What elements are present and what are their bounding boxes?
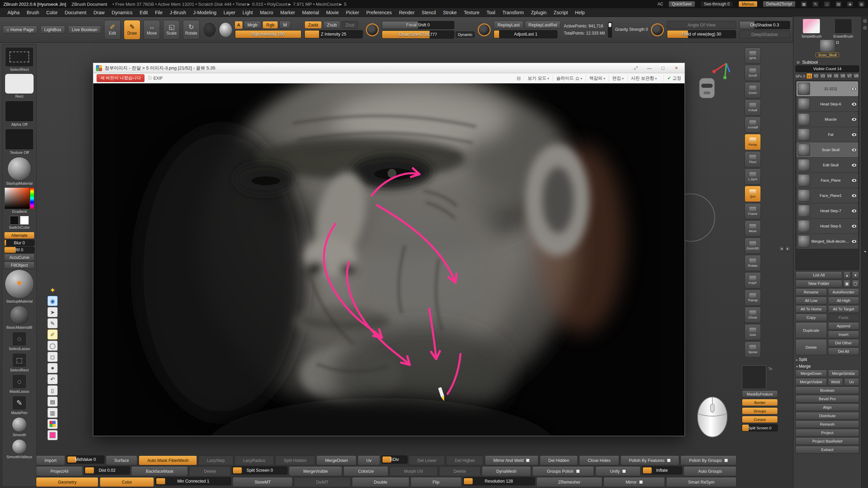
menu-item[interactable]: Light: [239, 9, 256, 16]
bottom-button[interactable]: Delete: [189, 466, 231, 476]
version-button[interactable]: V2: [813, 73, 819, 79]
angle-of-view-button[interactable]: Angle Of View: [667, 21, 736, 29]
rename-button[interactable]: Rename: [795, 288, 827, 296]
all-to-target-button[interactable]: All To Target: [828, 305, 860, 313]
default-zscript-button[interactable]: DefaultZScript: [763, 1, 795, 7]
subtool-thumbnail[interactable]: [798, 144, 810, 156]
bottom-button[interactable]: Split Screen 0: [232, 466, 288, 474]
version-button[interactable]: V3: [820, 73, 826, 79]
replay-last-rel-button[interactable]: ReplayLastRel: [525, 21, 561, 29]
collapse-left-icon[interactable]: ◂: [779, 246, 784, 251]
bottom-button[interactable]: Import: [36, 455, 65, 465]
shelf-button[interactable]: Xpose: [745, 341, 761, 358]
current-tool[interactable]: 11 Scan_Skull: [795, 40, 859, 57]
subtool-thumbnail[interactable]: [798, 98, 810, 110]
shelf-button[interactable]: Persp: [745, 134, 761, 150]
current-tool-thumbnail[interactable]: 11: [820, 40, 835, 52]
quicksave-button[interactable]: QuickSave: [669, 1, 695, 7]
viewer-menu-item[interactable]: 슬라이드 쇼: [553, 75, 586, 81]
shelf-button[interactable]: Scroll: [745, 65, 761, 81]
del-other-button[interactable]: Del Other: [828, 339, 860, 347]
visibility-eye-icon[interactable]: [851, 240, 857, 243]
menu-item[interactable]: Layer: [220, 9, 239, 16]
insert-button[interactable]: Insert: [828, 331, 860, 338]
annotation-tool-button[interactable]: ✎: [47, 318, 58, 328]
append-button[interactable]: Append: [828, 322, 860, 330]
menu-item[interactable]: Render: [396, 9, 418, 16]
bottom-button[interactable]: Auto Groups: [684, 466, 736, 476]
menu-item[interactable]: Zplugin: [528, 9, 550, 16]
visibility-eye-icon[interactable]: [851, 87, 857, 91]
split-section-header[interactable]: Split: [795, 356, 859, 363]
home-page-button[interactable]: ⌂ Home Page: [3, 26, 37, 34]
shelf-button[interactable]: Zoom: [745, 82, 761, 98]
delete-button[interactable]: Delete: [795, 339, 827, 355]
visible-count-slider[interactable]: Visible Count 14: [795, 65, 859, 72]
menu-item[interactable]: Macro: [257, 9, 277, 16]
brush-cell[interactable]: EraserBrush: [833, 19, 853, 38]
fill-object-button[interactable]: FillObject: [4, 262, 35, 269]
all-to-home-button[interactable]: All To Home: [795, 305, 827, 313]
material-selector[interactable]: [7, 157, 31, 181]
visibility-eye-icon[interactable]: [851, 209, 857, 213]
canvas-workspace[interactable]: SelectRect Rect Alpha Off Texture Off St…: [0, 43, 793, 488]
bottom-button[interactable]: Polish By Groups: [680, 455, 736, 465]
menus-button[interactable]: Menus: [738, 1, 757, 7]
bottom-button[interactable]: Mirror: [604, 477, 665, 487]
image-viewer-window[interactable]: 첨부이미지 - 전달 > 5 이미지-3.png [21/52] - 꿀뷰 5.…: [93, 63, 685, 436]
z-intensity-slider[interactable]: Z Intensity 25: [304, 30, 363, 38]
stroke-selector[interactable]: [5, 47, 34, 67]
annotation-tool-button[interactable]: ◻: [47, 352, 58, 362]
menu-item[interactable]: Material: [299, 9, 322, 16]
gravity-vertical-slider[interactable]: [608, 22, 612, 38]
basic-material-sphere[interactable]: [10, 306, 29, 325]
visibility-eye-icon[interactable]: [851, 133, 857, 137]
bottom-button[interactable]: Geometry: [36, 477, 98, 487]
brush-cell[interactable]: S SimpleBrush: [802, 19, 822, 38]
pen-icon[interactable]: ✎: [812, 1, 818, 7]
visibility-eye-icon[interactable]: [851, 179, 857, 182]
strip-user-icon[interactable]: [863, 25, 867, 30]
tray-divider-handle[interactable]: ◂ ▸: [779, 246, 790, 251]
bottom-button[interactable]: Morph UV: [390, 466, 438, 476]
annotation-tool-button[interactable]: [47, 430, 58, 440]
subtool-row[interactable]: Head Step-7: [796, 203, 858, 218]
bottom-button[interactable]: MergeVisible: [289, 466, 342, 476]
replay-last-button[interactable]: ReplayLast: [494, 21, 523, 29]
deep-shadow-button[interactable]: DeepShadow: [739, 30, 790, 38]
bottom-button[interactable]: Colorize: [343, 466, 388, 476]
select-lasso-icon[interactable]: ◌: [12, 332, 26, 346]
bottom-button[interactable]: Min Connected 1: [155, 477, 231, 485]
menu-item[interactable]: Color: [43, 9, 61, 16]
tray-collapse-icon[interactable]: ◂: [864, 249, 866, 253]
color-picker[interactable]: [5, 188, 34, 209]
all-high-button[interactable]: All High: [828, 297, 860, 304]
subtool-thumbnail[interactable]: [798, 189, 810, 202]
menu-item[interactable]: Zscript: [550, 9, 571, 16]
shelf-button[interactable]: Transp: [745, 289, 761, 306]
smooth-brush-sphere[interactable]: [12, 417, 27, 432]
mask-pen-icon[interactable]: ✎: [12, 396, 26, 410]
menu-item[interactable]: Marker: [277, 9, 299, 16]
del-all-button[interactable]: Del All: [828, 348, 860, 355]
view-icon[interactable]: [651, 23, 664, 36]
mask-lasso-icon[interactable]: ◌: [12, 374, 26, 389]
merge-similar-button[interactable]: MergeSimilar: [828, 370, 860, 377]
bottom-button[interactable]: Flip: [411, 477, 461, 487]
dynamic-toggle[interactable]: Dynamic: [456, 32, 475, 38]
live-boolean-button[interactable]: Live Boolean: [68, 26, 101, 34]
see-through-slider[interactable]: See-through 0: [701, 1, 733, 7]
strip-circle-icon[interactable]: [863, 19, 867, 23]
layers-icon[interactable]: ▤: [835, 1, 842, 7]
grid-icon[interactable]: ▦: [801, 1, 807, 7]
brush-preview[interactable]: [203, 22, 216, 38]
paste-button[interactable]: Paste: [828, 314, 860, 321]
visibility-eye-icon[interactable]: [851, 102, 857, 106]
version-button[interactable]: V7: [847, 73, 853, 79]
duplicate-button[interactable]: Duplicate: [795, 322, 827, 338]
material-preview[interactable]: [219, 23, 232, 37]
subtool-row[interactable]: Head Step-5: [796, 219, 858, 233]
folder-open-icon[interactable]: ▢: [852, 280, 859, 287]
viewer-titlebar[interactable]: 첨부이미지 - 전달 > 5 이미지-3.png [21/52] - 꿀뷰 5.…: [93, 63, 685, 73]
menu-item[interactable]: Brush: [23, 9, 43, 16]
